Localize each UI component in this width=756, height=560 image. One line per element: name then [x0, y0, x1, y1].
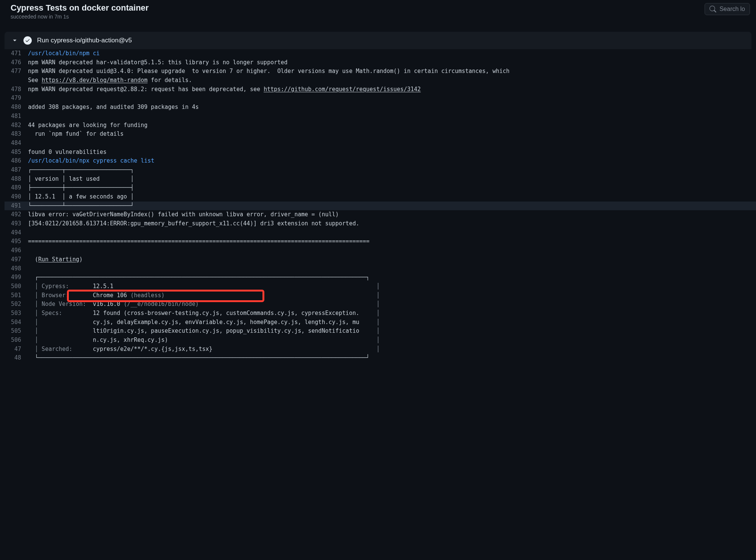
line-content	[28, 264, 756, 273]
line-number: 47	[5, 345, 28, 354]
search-input[interactable]: Search lo	[705, 3, 750, 15]
step-title: Run cypress-io/github-action@v5	[37, 37, 132, 44]
line-content: [354:0212/201658.613714:ERROR:gpu_memory…	[28, 219, 756, 228]
line-number: 486	[5, 157, 28, 166]
line-content: │ 12.5.1 │ a few seconds ago │	[28, 192, 756, 202]
line-number: 481	[5, 112, 28, 121]
line-number: 497	[5, 255, 28, 264]
line-content: 44 packages are looking for funding	[28, 121, 756, 130]
line-content: libva error: vaGetDriverNameByIndex() fa…	[28, 210, 756, 219]
log-line: 477npm WARN deprecated uuid@3.4.0: Pleas…	[5, 67, 756, 76]
line-number: 484	[5, 139, 28, 148]
chevron-down-icon	[11, 37, 18, 44]
line-number: 471	[5, 49, 28, 58]
line-content: npm WARN deprecated request@2.88.2: requ…	[28, 85, 756, 94]
log-line: 497 (Run Starting)	[5, 255, 756, 264]
line-number: 490	[5, 192, 28, 202]
line-number: 489	[5, 183, 28, 192]
line-number: 505	[5, 327, 28, 336]
line-number: 478	[5, 85, 28, 94]
log-line: 471/usr/local/bin/npm ci	[5, 49, 756, 58]
log-line: 506 │ n.cy.js, xhrReq.cy.js) │	[5, 336, 756, 345]
page-header: Cypress Tests on docker container succee…	[0, 0, 756, 24]
line-content: ========================================…	[28, 237, 756, 246]
line-number: 492	[5, 210, 28, 219]
line-number: 480	[5, 103, 28, 112]
line-number: 485	[5, 148, 28, 157]
line-number: 477	[5, 67, 28, 76]
log-line: 490│ 12.5.1 │ a few seconds ago │	[5, 192, 756, 202]
line-content: │ Searched: cypress/e2e/**/*.cy.{js,jsx,…	[28, 345, 756, 354]
line-number: 501	[5, 291, 28, 300]
step-header[interactable]: Run cypress-io/github-action@v5	[5, 32, 751, 49]
line-content: /usr/local/bin/npx cypress cache list	[28, 157, 756, 166]
log-line: 485found 0 vulnerabilities	[5, 148, 756, 157]
line-content: npm WARN deprecated uuid@3.4.0: Please u…	[28, 67, 756, 76]
line-number: 483	[5, 130, 28, 139]
line-number: 493	[5, 219, 28, 228]
page-subtitle: succeeded now in 7m 1s	[11, 14, 705, 20]
search-placeholder: Search lo	[719, 6, 745, 12]
line-number: 488	[5, 175, 28, 184]
log-line: 480added 308 packages, and audited 309 p…	[5, 103, 756, 112]
log-line: 494	[5, 228, 756, 237]
line-number: 476	[5, 58, 28, 67]
line-content: │ Cypress: 12.5.1 │	[28, 282, 756, 291]
log-line: 48244 packages are looking for funding	[5, 121, 756, 130]
line-content: │ ltiOrigin.cy.js, pauseExecution.cy.js,…	[28, 327, 756, 336]
line-number: 494	[5, 228, 28, 237]
log-line: 484	[5, 139, 756, 148]
line-number: 500	[5, 282, 28, 291]
log-line: 499 ┌───────────────────────────────────…	[5, 273, 756, 282]
log-output[interactable]: 471/usr/local/bin/npm ci476npm WARN depr…	[5, 49, 756, 363]
line-number: 504	[5, 318, 28, 327]
log-link[interactable]: https://github.com/request/request/issue…	[264, 86, 421, 93]
line-content: See https://v8.dev/blog/math-random for …	[28, 76, 756, 85]
log-line: 488│ version │ last used │	[5, 175, 756, 184]
line-number: 491	[5, 202, 28, 211]
log-line: 505 │ ltiOrigin.cy.js, pauseExecution.cy…	[5, 327, 756, 336]
line-content: │ n.cy.js, xhrReq.cy.js) │	[28, 336, 756, 345]
line-number: 496	[5, 246, 28, 255]
log-line: 502 │ Node Version: v16.16.0 (/__e/node1…	[5, 300, 756, 309]
line-content: found 0 vulnerabilities	[28, 148, 756, 157]
line-content: (Run Starting)	[28, 255, 756, 264]
line-content: └─────────┴───────────────────┘	[28, 202, 756, 211]
log-link[interactable]: https://v8.dev/blog/math-random	[42, 77, 147, 84]
log-line: 500 │ Cypress: 12.5.1 │	[5, 282, 756, 291]
log-line: 492libva error: vaGetDriverNameByIndex()…	[5, 210, 756, 219]
line-number: 506	[5, 336, 28, 345]
line-content: │ Node Version: v16.16.0 (/__e/node16/bi…	[28, 300, 756, 309]
success-icon	[23, 36, 32, 45]
page-title: Cypress Tests on docker container	[11, 3, 705, 13]
line-content	[28, 112, 756, 121]
line-content: │ Specs: 12 found (cross-broswer-testing…	[28, 309, 756, 318]
search-icon	[709, 6, 716, 12]
line-number: 498	[5, 264, 28, 273]
line-content: /usr/local/bin/npm ci	[28, 49, 756, 58]
line-content	[28, 246, 756, 255]
log-line: 481	[5, 112, 756, 121]
line-content: └───────────────────────────────────────…	[28, 354, 756, 363]
line-content: ┌─────────┬───────────────────┐	[28, 166, 756, 175]
line-content: added 308 packages, and audited 309 pack…	[28, 103, 756, 112]
log-line: 476npm WARN deprecated har-validator@5.1…	[5, 58, 756, 67]
log-line: 498	[5, 264, 756, 273]
log-line: 479	[5, 94, 756, 103]
line-content	[28, 94, 756, 103]
header-left: Cypress Tests on docker container succee…	[11, 3, 705, 20]
log-line: 486/usr/local/bin/npx cypress cache list	[5, 157, 756, 166]
line-content: npm WARN deprecated har-validator@5.1.5:…	[28, 58, 756, 67]
line-number: 482	[5, 121, 28, 130]
log-line: 491└─────────┴───────────────────┘	[5, 202, 756, 211]
line-content: │ version │ last used │	[28, 175, 756, 184]
line-number: 499	[5, 273, 28, 282]
line-number: 487	[5, 166, 28, 175]
log-line: 478npm WARN deprecated request@2.88.2: r…	[5, 85, 756, 94]
line-number: 479	[5, 94, 28, 103]
log-line: See https://v8.dev/blog/math-random for …	[5, 76, 756, 85]
line-content: ┌───────────────────────────────────────…	[28, 273, 756, 282]
log-line: 493[354:0212/201658.613714:ERROR:gpu_mem…	[5, 219, 756, 228]
log-line: 483 run `npm fund` for details	[5, 130, 756, 139]
line-number: 502	[5, 300, 28, 309]
